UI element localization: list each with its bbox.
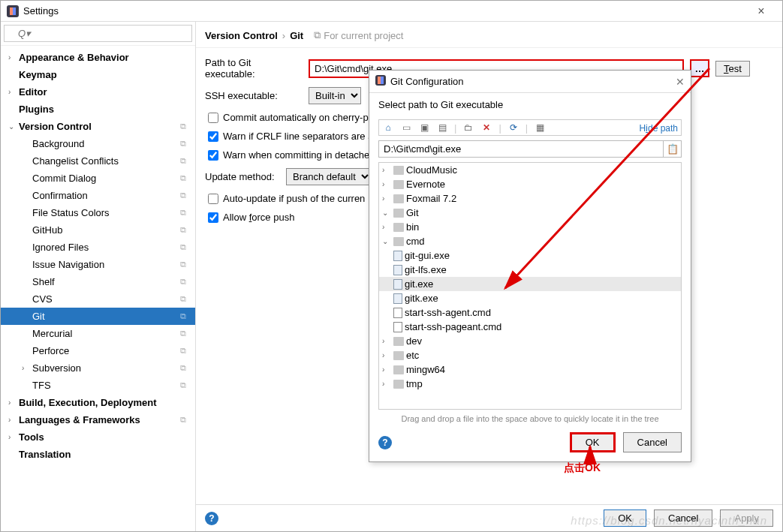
browse-button[interactable]: … — [690, 59, 709, 77]
delete-icon[interactable]: ✕ — [480, 122, 492, 134]
svg-rect-1 — [10, 8, 13, 15]
sidebar-item-changelist-conflicts[interactable]: Changelist Conflicts⧉ — [1, 152, 195, 170]
expand-icon: › — [382, 180, 391, 188]
sidebar-item-perforce[interactable]: Perforce⧉ — [1, 342, 195, 359]
ssh-label: SSH executable: — [205, 90, 303, 101]
window-title: Settings — [23, 5, 746, 17]
scope-icon: ⧉ — [180, 346, 191, 356]
ssh-select[interactable]: Built-in — [309, 87, 361, 104]
sidebar-item-tfs[interactable]: TFS⧉ — [1, 377, 195, 394]
sidebar-item-issue-navigation[interactable]: Issue Navigation⧉ — [1, 256, 195, 273]
expand-icon: › — [382, 194, 391, 203]
scope-icon: ⧉ — [180, 242, 191, 252]
file-tree-item-cmd[interactable]: ⌄cmd — [379, 234, 681, 248]
sidebar-item-translation[interactable]: Translation — [1, 446, 195, 463]
history-icon[interactable]: 📋 — [664, 140, 682, 158]
sidebar-item-mercurial[interactable]: Mercurial⧉ — [1, 325, 195, 342]
sidebar-item-background[interactable]: Background⧉ — [1, 135, 195, 152]
file-tree-item-evernote[interactable]: ›Evernote — [379, 177, 681, 191]
scope-icon: ⧉ — [180, 139, 191, 149]
file-tree-item-git-exe[interactable]: git.exe — [379, 277, 681, 291]
sidebar-item-ignored-files[interactable]: Ignored Files⧉ — [1, 239, 195, 256]
sidebar-item-shelf[interactable]: Shelf⧉ — [1, 273, 195, 290]
cb-auto-update-push[interactable] — [208, 194, 218, 204]
scope-icon: ⧉ — [180, 311, 191, 321]
sidebar-item-git[interactable]: Git⧉ — [1, 308, 195, 325]
git-config-dialog: Git Configuration ✕ Select path to Git e… — [369, 70, 691, 462]
sidebar-item-confirmation[interactable]: Confirmation⧉ — [1, 187, 195, 204]
update-method-select[interactable]: Branch default — [286, 168, 372, 185]
window-close-button[interactable]: × — [746, 5, 776, 18]
dialog-path-input[interactable] — [378, 140, 664, 158]
sidebar-item-github[interactable]: GitHub⧉ — [1, 221, 195, 239]
refresh-icon[interactable]: ⟳ — [507, 122, 519, 134]
sidebar-item-appearance-behavior[interactable]: ›Appearance & Behavior — [1, 49, 195, 66]
expand-icon: › — [382, 166, 391, 174]
help-icon[interactable]: ? — [205, 512, 218, 525]
folder-icon — [393, 194, 404, 203]
file-tree-item-git[interactable]: ⌄Git — [379, 206, 681, 220]
settings-tree: ›Appearance & BehaviorKeymap›EditorPlugi… — [1, 46, 195, 531]
new-folder-icon[interactable]: 🗀 — [462, 122, 474, 134]
file-tree-item-git-gui-exe[interactable]: git-gui.exe — [379, 248, 681, 263]
search-input[interactable] — [4, 25, 192, 42]
file-tree-item-foxmail-7-2[interactable]: ›Foxmail 7.2 — [379, 191, 681, 206]
expand-icon: ⌄ — [8, 122, 19, 131]
expand-icon: ⌄ — [382, 209, 391, 217]
file-tree-item-bin[interactable]: ›bin — [379, 220, 681, 234]
settings-apply-button[interactable]: Apply — [720, 509, 773, 527]
sidebar-item-subversion[interactable]: ›Subversion⧉ — [1, 359, 195, 377]
file-tree-item-tmp[interactable]: ›tmp — [379, 377, 681, 391]
file-tree-item-start-ssh-pageant-cmd[interactable]: start-ssh-pageant.cmd — [379, 320, 681, 334]
dialog-help-icon[interactable]: ? — [378, 436, 392, 449]
dialog-ok-button[interactable]: OK — [570, 432, 616, 452]
file-tree-item-cloudmusic[interactable]: ›CloudMusic — [379, 163, 681, 177]
desktop-icon[interactable]: ▭ — [400, 122, 412, 134]
show-hidden-icon[interactable]: ▦ — [534, 122, 546, 134]
svg-rect-5 — [381, 77, 384, 84]
dialog-cancel-button[interactable]: Cancel — [623, 432, 682, 452]
cb-force-push[interactable] — [208, 212, 218, 223]
file-tree-item-etc[interactable]: ›etc — [379, 348, 681, 362]
file-tree-item-start-ssh-agent-cmd[interactable]: start-ssh-agent.cmd — [379, 305, 681, 320]
settings-ok-button[interactable]: OK — [604, 509, 646, 527]
sidebar-item-plugins[interactable]: Plugins — [1, 101, 195, 118]
settings-cancel-button[interactable]: Cancel — [654, 509, 712, 527]
module-icon[interactable]: ▤ — [436, 122, 448, 134]
home-icon[interactable]: ⌂ — [382, 122, 394, 134]
sidebar-item-tools[interactable]: ›Tools — [1, 428, 195, 446]
project-icon[interactable]: ▣ — [418, 122, 430, 134]
sidebar-item-file-status-colors[interactable]: File Status Colors⧉ — [1, 204, 195, 221]
file-tree-item-git-lfs-exe[interactable]: git-lfs.exe — [379, 263, 681, 277]
sidebar-item-editor[interactable]: ›Editor — [1, 83, 195, 101]
svg-rect-2 — [13, 8, 16, 15]
scope-icon: ⧉ — [180, 277, 191, 287]
folder-icon — [393, 380, 404, 389]
test-button[interactable]: Test — [715, 61, 750, 77]
titlebar: Settings × — [1, 1, 782, 22]
sidebar-item-version-control[interactable]: ⌄Version Control⧉ — [1, 118, 195, 135]
search-row — [1, 22, 195, 46]
sidebar-item-build-execution-deployment[interactable]: ›Build, Execution, Deployment — [1, 394, 195, 411]
expand-icon: › — [8, 53, 19, 62]
file-tree[interactable]: ›CloudMusic›Evernote›Foxmail 7.2⌄Git›bin… — [378, 162, 682, 410]
settings-window: Settings × ›Appearance & BehaviorKeymap›… — [0, 0, 783, 532]
sidebar-item-languages-frameworks[interactable]: ›Languages & Frameworks⧉ — [1, 411, 195, 428]
dialog-title: Git Configuration — [390, 76, 671, 87]
file-tree-item-gitk-exe[interactable]: gitk.exe — [379, 291, 681, 305]
sidebar-item-cvs[interactable]: CVS⧉ — [1, 290, 195, 308]
breadcrumb-root[interactable]: Version Control — [205, 30, 278, 41]
file-tree-item-dev[interactable]: ›dev — [379, 334, 681, 348]
cb-detached-warn[interactable] — [208, 150, 218, 161]
cb-crlf-warn[interactable] — [208, 131, 218, 142]
dialog-close-button[interactable]: ✕ — [676, 76, 685, 88]
dialog-heading: Select path to Git executable — [369, 93, 691, 116]
file-tree-item-mingw64[interactable]: ›mingw64 — [379, 362, 681, 377]
scope-icon: ⧉ — [180, 191, 191, 200]
update-method-label: Update method: — [205, 171, 280, 182]
sidebar-item-keymap[interactable]: Keymap — [1, 66, 195, 83]
cb-commit-auto[interactable] — [208, 113, 218, 123]
sidebar-item-commit-dialog[interactable]: Commit Dialog⧉ — [1, 170, 195, 187]
hide-path-link[interactable]: Hide path — [639, 122, 678, 134]
exe-file-icon — [393, 279, 402, 290]
